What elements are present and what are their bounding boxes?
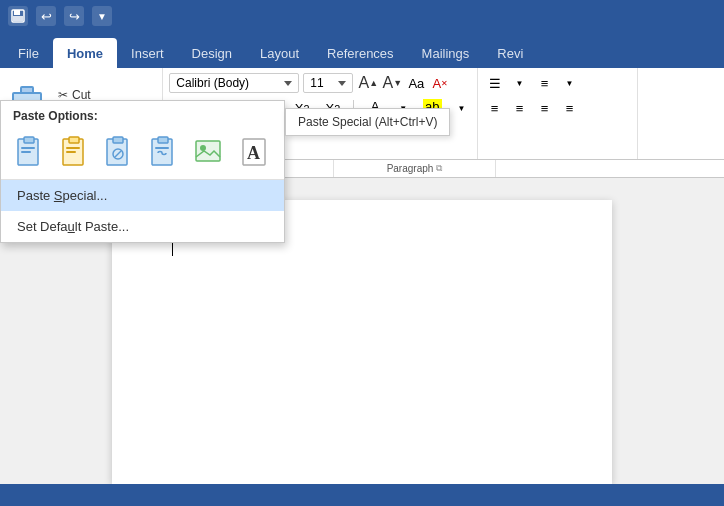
svg-rect-16 — [155, 147, 169, 149]
tab-mailings[interactable]: Mailings — [408, 38, 484, 68]
numbering-button[interactable]: ≡ — [534, 72, 556, 94]
font-size-arrow — [338, 81, 346, 86]
status-bar — [0, 484, 724, 506]
title-bar: ↩ ↪ ▼ — [0, 0, 724, 32]
svg-rect-17 — [196, 141, 220, 161]
para-row1: ☰ ▼ ≡ ▼ — [484, 72, 631, 94]
paste-icon-options: A — [1, 127, 284, 179]
font-size-dropdown[interactable]: 11 — [303, 73, 353, 93]
save-button[interactable] — [8, 6, 28, 26]
tab-file[interactable]: File — [4, 38, 53, 68]
shrink-font-button[interactable]: A▼ — [381, 72, 403, 94]
font-grow-shrink: A▲ A▼ Aa A✕ — [357, 72, 451, 94]
svg-rect-8 — [69, 137, 79, 143]
svg-rect-1 — [14, 10, 20, 15]
set-default-paste-item[interactable]: Set Default Paste... — [1, 211, 284, 242]
tab-design[interactable]: Design — [178, 38, 246, 68]
font-name-dropdown[interactable]: Calibri (Body) — [169, 73, 299, 93]
align-justify-button[interactable]: ≡ — [559, 97, 581, 119]
svg-rect-2 — [13, 16, 23, 21]
svg-rect-15 — [158, 137, 168, 143]
clear-formatting-button[interactable]: A✕ — [429, 72, 451, 94]
highlight-arrow[interactable]: ▼ — [453, 102, 471, 115]
undo-button[interactable]: ↩ — [36, 6, 56, 26]
redo-button[interactable]: ↪ — [64, 6, 84, 26]
paste-dropdown-menu: Paste Options: — [0, 100, 285, 243]
paste-option-merge[interactable] — [58, 131, 95, 171]
svg-point-18 — [200, 145, 206, 151]
bullets-arrow[interactable]: ▼ — [509, 72, 531, 94]
svg-rect-5 — [21, 147, 35, 149]
align-right-button[interactable]: ≡ — [534, 97, 556, 119]
paste-option-picture[interactable] — [191, 131, 228, 171]
svg-rect-10 — [66, 151, 76, 153]
svg-text:A: A — [247, 143, 260, 163]
tab-review[interactable]: Revi — [483, 38, 537, 68]
align-center-button[interactable]: ≡ — [509, 97, 531, 119]
paste-special-tooltip: Paste Special (Alt+Ctrl+V) — [285, 108, 450, 136]
para-row2: ≡ ≡ ≡ ≡ — [484, 97, 631, 119]
numbering-arrow[interactable]: ▼ — [559, 72, 581, 94]
svg-rect-9 — [66, 147, 80, 149]
align-left-button[interactable]: ≡ — [484, 97, 506, 119]
bullets-button[interactable]: ☰ — [484, 72, 506, 94]
grow-font-button[interactable]: A▲ — [357, 72, 379, 94]
tab-home[interactable]: Home — [53, 38, 117, 68]
paste-option-keep-source[interactable] — [13, 131, 50, 171]
tab-references[interactable]: References — [313, 38, 407, 68]
paste-option-text-only[interactable]: A — [236, 131, 273, 171]
svg-rect-6 — [21, 151, 31, 153]
paste-special-item[interactable]: Paste Special... — [1, 180, 284, 211]
para-expand-icon: ⧉ — [436, 163, 442, 174]
paste-option-link[interactable] — [102, 131, 139, 171]
font-name-arrow — [284, 81, 292, 86]
tab-layout[interactable]: Layout — [246, 38, 313, 68]
font-selectors: Calibri (Body) 11 A▲ A▼ Aa A✕ — [169, 72, 470, 94]
paragraph-label[interactable]: Paragraph ⧉ — [334, 160, 496, 177]
svg-rect-4 — [24, 137, 34, 143]
svg-rect-12 — [113, 137, 123, 143]
change-case-button[interactable]: Aa — [405, 72, 427, 94]
paste-option-link2[interactable] — [147, 131, 184, 171]
tab-insert[interactable]: Insert — [117, 38, 178, 68]
paste-options-header: Paste Options: — [1, 101, 284, 127]
paragraph-section: ☰ ▼ ≡ ▼ ≡ ≡ ≡ ≡ — [478, 68, 638, 159]
ribbon-tabs: File Home Insert Design Layout Reference… — [0, 32, 724, 68]
customize-button[interactable]: ▼ — [92, 6, 112, 26]
